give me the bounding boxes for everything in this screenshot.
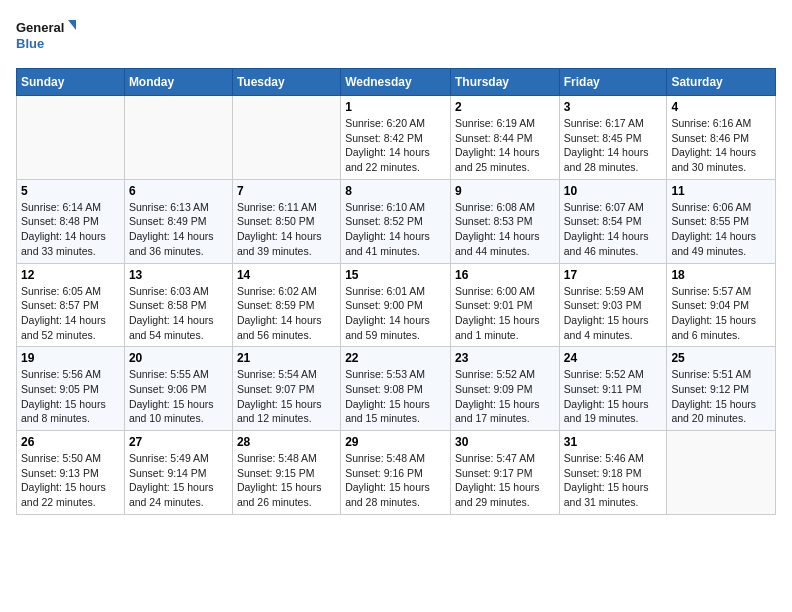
cell-content: Sunrise: 6:20 AM Sunset: 8:42 PM Dayligh… [345,116,446,175]
calendar-cell: 10Sunrise: 6:07 AM Sunset: 8:54 PM Dayli… [559,179,667,263]
calendar-cell: 14Sunrise: 6:02 AM Sunset: 8:59 PM Dayli… [232,263,340,347]
cell-content: Sunrise: 6:05 AM Sunset: 8:57 PM Dayligh… [21,284,120,343]
cell-content: Sunrise: 5:47 AM Sunset: 9:17 PM Dayligh… [455,451,555,510]
calendar-cell: 1Sunrise: 6:20 AM Sunset: 8:42 PM Daylig… [341,96,451,180]
calendar-cell: 15Sunrise: 6:01 AM Sunset: 9:00 PM Dayli… [341,263,451,347]
weekday-header: Sunday [17,69,125,96]
weekday-header: Wednesday [341,69,451,96]
day-number: 16 [455,268,555,282]
cell-content: Sunrise: 6:08 AM Sunset: 8:53 PM Dayligh… [455,200,555,259]
day-number: 19 [21,351,120,365]
calendar-week-row: 1Sunrise: 6:20 AM Sunset: 8:42 PM Daylig… [17,96,776,180]
calendar-cell: 12Sunrise: 6:05 AM Sunset: 8:57 PM Dayli… [17,263,125,347]
day-number: 15 [345,268,446,282]
logo: General Blue [16,16,76,56]
weekday-header: Tuesday [232,69,340,96]
svg-text:Blue: Blue [16,36,44,51]
cell-content: Sunrise: 6:11 AM Sunset: 8:50 PM Dayligh… [237,200,336,259]
calendar-cell: 30Sunrise: 5:47 AM Sunset: 9:17 PM Dayli… [450,431,559,515]
calendar-cell: 9Sunrise: 6:08 AM Sunset: 8:53 PM Daylig… [450,179,559,263]
calendar-week-row: 19Sunrise: 5:56 AM Sunset: 9:05 PM Dayli… [17,347,776,431]
calendar-cell: 8Sunrise: 6:10 AM Sunset: 8:52 PM Daylig… [341,179,451,263]
cell-content: Sunrise: 6:13 AM Sunset: 8:49 PM Dayligh… [129,200,228,259]
cell-content: Sunrise: 6:17 AM Sunset: 8:45 PM Dayligh… [564,116,663,175]
day-number: 23 [455,351,555,365]
day-number: 14 [237,268,336,282]
calendar-cell: 16Sunrise: 6:00 AM Sunset: 9:01 PM Dayli… [450,263,559,347]
day-number: 31 [564,435,663,449]
day-number: 13 [129,268,228,282]
calendar-cell: 3Sunrise: 6:17 AM Sunset: 8:45 PM Daylig… [559,96,667,180]
day-number: 6 [129,184,228,198]
calendar-cell: 28Sunrise: 5:48 AM Sunset: 9:15 PM Dayli… [232,431,340,515]
calendar-cell: 18Sunrise: 5:57 AM Sunset: 9:04 PM Dayli… [667,263,776,347]
cell-content: Sunrise: 6:02 AM Sunset: 8:59 PM Dayligh… [237,284,336,343]
day-number: 28 [237,435,336,449]
calendar-cell: 27Sunrise: 5:49 AM Sunset: 9:14 PM Dayli… [124,431,232,515]
day-number: 21 [237,351,336,365]
day-number: 24 [564,351,663,365]
cell-content: Sunrise: 6:06 AM Sunset: 8:55 PM Dayligh… [671,200,771,259]
calendar-cell: 5Sunrise: 6:14 AM Sunset: 8:48 PM Daylig… [17,179,125,263]
svg-text:General: General [16,20,64,35]
day-number: 9 [455,184,555,198]
day-number: 2 [455,100,555,114]
day-number: 20 [129,351,228,365]
cell-content: Sunrise: 5:51 AM Sunset: 9:12 PM Dayligh… [671,367,771,426]
day-number: 18 [671,268,771,282]
calendar-cell: 2Sunrise: 6:19 AM Sunset: 8:44 PM Daylig… [450,96,559,180]
calendar-cell: 11Sunrise: 6:06 AM Sunset: 8:55 PM Dayli… [667,179,776,263]
calendar-cell [17,96,125,180]
calendar-cell: 26Sunrise: 5:50 AM Sunset: 9:13 PM Dayli… [17,431,125,515]
header: General Blue [16,16,776,56]
calendar-cell: 7Sunrise: 6:11 AM Sunset: 8:50 PM Daylig… [232,179,340,263]
calendar-cell: 4Sunrise: 6:16 AM Sunset: 8:46 PM Daylig… [667,96,776,180]
calendar-week-row: 26Sunrise: 5:50 AM Sunset: 9:13 PM Dayli… [17,431,776,515]
cell-content: Sunrise: 5:50 AM Sunset: 9:13 PM Dayligh… [21,451,120,510]
day-number: 29 [345,435,446,449]
calendar-cell [232,96,340,180]
day-number: 1 [345,100,446,114]
cell-content: Sunrise: 5:48 AM Sunset: 9:16 PM Dayligh… [345,451,446,510]
calendar-cell: 25Sunrise: 5:51 AM Sunset: 9:12 PM Dayli… [667,347,776,431]
day-number: 22 [345,351,446,365]
calendar-cell: 17Sunrise: 5:59 AM Sunset: 9:03 PM Dayli… [559,263,667,347]
weekday-header-row: SundayMondayTuesdayWednesdayThursdayFrid… [17,69,776,96]
cell-content: Sunrise: 5:57 AM Sunset: 9:04 PM Dayligh… [671,284,771,343]
day-number: 25 [671,351,771,365]
cell-content: Sunrise: 5:55 AM Sunset: 9:06 PM Dayligh… [129,367,228,426]
weekday-header: Saturday [667,69,776,96]
cell-content: Sunrise: 5:48 AM Sunset: 9:15 PM Dayligh… [237,451,336,510]
calendar-cell: 29Sunrise: 5:48 AM Sunset: 9:16 PM Dayli… [341,431,451,515]
calendar: SundayMondayTuesdayWednesdayThursdayFrid… [16,68,776,515]
day-number: 7 [237,184,336,198]
cell-content: Sunrise: 5:54 AM Sunset: 9:07 PM Dayligh… [237,367,336,426]
calendar-cell: 19Sunrise: 5:56 AM Sunset: 9:05 PM Dayli… [17,347,125,431]
cell-content: Sunrise: 5:46 AM Sunset: 9:18 PM Dayligh… [564,451,663,510]
calendar-cell [124,96,232,180]
day-number: 4 [671,100,771,114]
cell-content: Sunrise: 6:01 AM Sunset: 9:00 PM Dayligh… [345,284,446,343]
logo-svg: General Blue [16,16,76,56]
cell-content: Sunrise: 6:10 AM Sunset: 8:52 PM Dayligh… [345,200,446,259]
cell-content: Sunrise: 5:53 AM Sunset: 9:08 PM Dayligh… [345,367,446,426]
cell-content: Sunrise: 6:14 AM Sunset: 8:48 PM Dayligh… [21,200,120,259]
day-number: 12 [21,268,120,282]
calendar-cell: 20Sunrise: 5:55 AM Sunset: 9:06 PM Dayli… [124,347,232,431]
day-number: 3 [564,100,663,114]
cell-content: Sunrise: 6:00 AM Sunset: 9:01 PM Dayligh… [455,284,555,343]
calendar-cell [667,431,776,515]
cell-content: Sunrise: 5:56 AM Sunset: 9:05 PM Dayligh… [21,367,120,426]
cell-content: Sunrise: 5:52 AM Sunset: 9:09 PM Dayligh… [455,367,555,426]
calendar-week-row: 5Sunrise: 6:14 AM Sunset: 8:48 PM Daylig… [17,179,776,263]
calendar-cell: 24Sunrise: 5:52 AM Sunset: 9:11 PM Dayli… [559,347,667,431]
cell-content: Sunrise: 5:49 AM Sunset: 9:14 PM Dayligh… [129,451,228,510]
cell-content: Sunrise: 6:16 AM Sunset: 8:46 PM Dayligh… [671,116,771,175]
day-number: 8 [345,184,446,198]
weekday-header: Friday [559,69,667,96]
cell-content: Sunrise: 6:03 AM Sunset: 8:58 PM Dayligh… [129,284,228,343]
weekday-header: Thursday [450,69,559,96]
cell-content: Sunrise: 6:07 AM Sunset: 8:54 PM Dayligh… [564,200,663,259]
day-number: 30 [455,435,555,449]
day-number: 5 [21,184,120,198]
